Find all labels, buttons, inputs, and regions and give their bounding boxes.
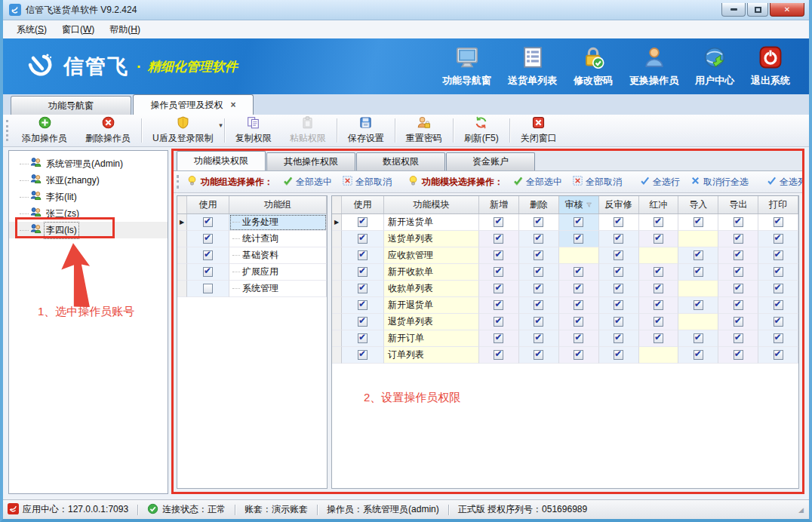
- perm-checkbox[interactable]: [654, 300, 663, 310]
- perm-checkbox[interactable]: [694, 250, 703, 260]
- perm-checkbox[interactable]: [494, 317, 503, 327]
- module-name-cell[interactable]: 新开退货单: [384, 297, 479, 314]
- module-name-cell[interactable]: 送货单列表: [384, 231, 479, 247]
- funnel-icon[interactable]: [586, 200, 592, 210]
- perm-checkbox[interactable]: [734, 267, 743, 277]
- group-name-cell[interactable]: 系统管理: [229, 281, 327, 297]
- tree-item-operator-4[interactable]: 李四(ls): [9, 222, 168, 238]
- perm-checkbox[interactable]: [694, 333, 703, 343]
- perm-checkbox[interactable]: [494, 284, 503, 293]
- perm-tab-2[interactable]: 数据权限: [356, 152, 445, 170]
- module-name-cell[interactable]: 收款单列表: [384, 281, 479, 297]
- perm-checkbox[interactable]: [694, 350, 703, 360]
- perm-checkbox[interactable]: [534, 300, 543, 310]
- group-use-checkbox[interactable]: [203, 267, 213, 277]
- perm-checkbox[interactable]: [494, 250, 503, 260]
- resize-grip[interactable]: ◢: [798, 506, 804, 514]
- actionbar-button[interactable]: 全部选中: [513, 176, 562, 189]
- banner-action-4[interactable]: 用户中心: [687, 43, 743, 91]
- perm-checkbox[interactable]: [534, 350, 543, 360]
- actionbar-button[interactable]: 全选列: [767, 176, 804, 189]
- perm-checkbox[interactable]: [574, 333, 583, 343]
- perm-checkbox[interactable]: [494, 333, 503, 343]
- perm-checkbox[interactable]: [614, 300, 623, 310]
- perm-checkbox[interactable]: [614, 267, 623, 277]
- perm-checkbox[interactable]: [734, 350, 743, 360]
- toolbar-button-reset-password[interactable]: 重置密码: [397, 115, 451, 146]
- perm-checkbox[interactable]: [734, 234, 743, 244]
- perm-header-0[interactable]: 新增: [479, 196, 519, 213]
- toolbar-button-copy[interactable]: 复制权限: [226, 115, 281, 146]
- module-name-cell[interactable]: 应收款管理: [384, 247, 479, 264]
- document-tab-1[interactable]: 操作员管理及授权 ×: [133, 94, 254, 115]
- perm-checkbox[interactable]: [654, 317, 663, 327]
- actionbar-button[interactable]: 全部取消: [343, 176, 392, 189]
- perm-checkbox[interactable]: [614, 333, 623, 343]
- perm-checkbox[interactable]: [694, 267, 703, 277]
- perm-checkbox[interactable]: [774, 317, 783, 327]
- module-use-checkbox[interactable]: [358, 250, 368, 260]
- module-name-cell[interactable]: 新开收款单: [384, 264, 479, 281]
- perm-checkbox[interactable]: [654, 333, 663, 343]
- banner-action-0[interactable]: 功能导航窗: [434, 43, 500, 91]
- module-header-use[interactable]: 使用: [342, 196, 384, 213]
- toolbar-button-refresh[interactable]: 刷新(F5): [455, 115, 508, 146]
- perm-checkbox[interactable]: [774, 250, 783, 260]
- toolbar-button-paste[interactable]: 粘贴权限: [281, 115, 335, 146]
- group-header-use[interactable]: 使用: [187, 196, 229, 213]
- module-use-checkbox[interactable]: [358, 217, 368, 227]
- perm-checkbox[interactable]: [654, 234, 663, 244]
- perm-tab-1[interactable]: 其他操作权限: [266, 152, 355, 170]
- perm-checkbox[interactable]: [574, 234, 583, 244]
- close-tab-icon[interactable]: ×: [230, 100, 235, 110]
- perm-checkbox[interactable]: [614, 284, 623, 293]
- perm-checkbox[interactable]: [494, 217, 503, 227]
- perm-checkbox[interactable]: [654, 284, 663, 293]
- perm-checkbox[interactable]: [614, 317, 623, 327]
- perm-checkbox[interactable]: [534, 234, 543, 244]
- perm-checkbox[interactable]: [734, 250, 743, 260]
- perm-checkbox[interactable]: [734, 217, 743, 227]
- toolbar-button-add-user[interactable]: 添加操作员: [13, 115, 76, 146]
- menu-item-S[interactable]: 系统(S): [9, 21, 54, 38]
- perm-checkbox[interactable]: [574, 217, 583, 227]
- module-use-checkbox[interactable]: [358, 333, 368, 343]
- perm-header-5[interactable]: 导入: [678, 196, 718, 213]
- perm-header-7[interactable]: 打印: [758, 196, 798, 213]
- perm-checkbox[interactable]: [774, 284, 783, 293]
- perm-checkbox[interactable]: [614, 217, 623, 227]
- menu-item-H[interactable]: 帮助(H): [102, 21, 148, 38]
- perm-header-1[interactable]: 删除: [519, 196, 559, 213]
- perm-checkbox[interactable]: [774, 217, 783, 227]
- perm-checkbox[interactable]: [494, 267, 503, 277]
- perm-checkbox[interactable]: [574, 284, 583, 293]
- module-use-checkbox[interactable]: [358, 350, 368, 360]
- actionbar-button[interactable]: 全部选中: [283, 176, 332, 189]
- perm-checkbox[interactable]: [614, 350, 623, 360]
- module-use-checkbox[interactable]: [358, 284, 368, 293]
- perm-header-2[interactable]: 审核: [559, 196, 599, 213]
- perm-checkbox[interactable]: [734, 317, 743, 327]
- perm-checkbox[interactable]: [654, 217, 663, 227]
- banner-action-1[interactable]: 送货单列表: [500, 43, 565, 91]
- dropdown-caret-icon[interactable]: ▾: [219, 121, 223, 129]
- module-name-cell[interactable]: 新开订单: [384, 330, 479, 347]
- toolbar-button-save[interactable]: 保存设置: [339, 115, 393, 146]
- perm-checkbox[interactable]: [574, 317, 583, 327]
- perm-checkbox[interactable]: [574, 267, 583, 277]
- perm-checkbox[interactable]: [494, 234, 503, 244]
- document-tab-0[interactable]: 功能导航窗: [11, 96, 131, 115]
- perm-checkbox[interactable]: [774, 234, 783, 244]
- perm-checkbox[interactable]: [534, 284, 543, 293]
- perm-checkbox[interactable]: [694, 217, 703, 227]
- module-use-checkbox[interactable]: [358, 300, 368, 310]
- perm-header-4[interactable]: 红冲: [639, 196, 679, 213]
- group-name-cell[interactable]: 基础资料: [229, 247, 327, 264]
- module-use-checkbox[interactable]: [358, 317, 368, 327]
- perm-checkbox[interactable]: [734, 300, 743, 310]
- perm-checkbox[interactable]: [574, 350, 583, 360]
- perm-checkbox[interactable]: [534, 333, 543, 343]
- minimize-button[interactable]: [721, 3, 746, 17]
- banner-action-3[interactable]: 更换操作员: [621, 43, 687, 91]
- perm-checkbox[interactable]: [614, 234, 623, 244]
